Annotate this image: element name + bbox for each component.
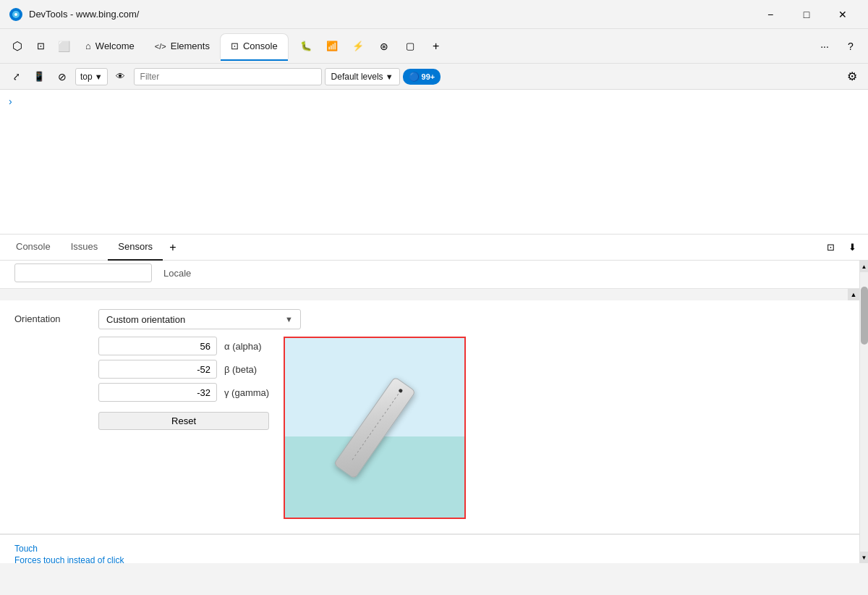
console-tab-label: Console [243, 41, 278, 51]
home-icon: ⌂ [85, 41, 91, 51]
console-area: › [0, 90, 868, 235]
issues-panel-label: Issues [71, 241, 98, 252]
levels-dropdown[interactable]: Default levels ▼ [325, 68, 400, 85]
locale-row: Locale [0, 261, 859, 288]
levels-arrow-icon: ▼ [386, 72, 393, 81]
add-tab-button[interactable]: + [425, 35, 448, 58]
scroll-up-button[interactable]: ▲ [848, 289, 859, 300]
svg-point-2 [14, 13, 17, 16]
orientation-visualization [284, 337, 466, 519]
panel-body: Locale ▲ Orientation Custom orientation … [0, 261, 868, 563]
orientation-dropdown[interactable]: Custom orientation ▼ [98, 309, 301, 329]
console-tab[interactable]: ⊡ Console [220, 33, 289, 59]
gamma-input[interactable] [98, 383, 217, 402]
touch-label: Touch [14, 544, 845, 554]
window-controls: − □ ✕ [754, 3, 859, 26]
titlebar: DevTools - www.bing.com/ − □ ✕ [0, 0, 868, 29]
performance-icon[interactable]: ⚡ [346, 35, 370, 58]
more-tools-icon[interactable]: ··· [813, 35, 836, 58]
message-badge: 🔵 99+ [403, 69, 441, 85]
browser-tab-bar: ⬡ ⊡ ⬜ ⌂ Welcome </> Elements ⊡ Console 🐛… [0, 29, 868, 64]
orientation-dropdown-arrow-icon: ▼ [285, 315, 293, 324]
orientation-inputs: α (alpha) β (beta) γ (gamma) [98, 337, 269, 430]
help-icon[interactable]: ? [839, 35, 862, 58]
welcome-tab-label: Welcome [95, 41, 135, 51]
elements-icon: </> [155, 42, 166, 51]
scrollbar: ▲ ▼ [859, 261, 868, 563]
alpha-input[interactable] [98, 337, 217, 355]
phone-camera-dot [398, 388, 403, 393]
reset-button[interactable]: Reset [98, 412, 269, 430]
context-dropdown-icon: ▼ [95, 72, 103, 81]
beta-row: β (beta) [98, 360, 269, 379]
console-icon: ⊡ [231, 41, 239, 51]
scrollbar-down-button[interactable]: ▼ [860, 552, 869, 563]
panel-action-icon[interactable]: ⬇ [842, 237, 862, 258]
orientation-section-label: Orientation [14, 309, 87, 324]
console-panel-label: Console [16, 241, 51, 252]
devtools-toolbar: ⤤ 📱 ⊘ top ▼ 👁 Default levels ▼ 🔵 99+ ⚙ [0, 64, 868, 90]
tab-issues[interactable]: Issues [61, 235, 109, 261]
minimize-button[interactable]: − [754, 3, 787, 26]
orientation-details: α (alpha) β (beta) γ (gamma) [98, 337, 845, 519]
add-panel-button[interactable]: + [163, 237, 183, 258]
badge-count: 99+ [422, 72, 435, 81]
eye-icon[interactable]: 👁 [111, 67, 131, 87]
elements-tab[interactable]: </> Elements [145, 33, 220, 59]
memory-icon[interactable]: ⊛ [373, 35, 396, 58]
inspect-icon[interactable]: ⤤ [6, 67, 26, 87]
gamma-label: γ (gamma) [224, 387, 269, 398]
welcome-tab[interactable]: ⌂ Welcome [75, 33, 145, 59]
scrollbar-up-button[interactable]: ▲ [860, 261, 869, 272]
beta-input[interactable] [98, 360, 217, 379]
device-mode-icon[interactable]: 📱 [29, 67, 49, 87]
close-button[interactable]: ✕ [826, 3, 859, 26]
devtools-icon [9, 7, 23, 22]
settings-icon[interactable]: ⚙ [842, 67, 862, 87]
orientation-section: Orientation Custom orientation ▼ α (alph… [0, 300, 859, 534]
back-nav-icon[interactable]: ⬡ [6, 35, 29, 58]
levels-label: Default levels [331, 72, 383, 82]
no-icon[interactable]: ⊘ [52, 67, 72, 87]
locale-label: Locale [163, 268, 191, 279]
filter-input[interactable] [134, 68, 322, 85]
wifi-icon[interactable]: 📶 [320, 35, 344, 58]
maximize-button[interactable]: □ [790, 3, 823, 26]
console-chevron[interactable]: › [0, 90, 868, 113]
touch-desc: Forces touch instead of click [14, 555, 845, 563]
locale-input[interactable] [14, 263, 152, 282]
devtools-panel: Console Issues Sensors + ⊡ ⬇ Locale ▲ [0, 235, 868, 563]
orientation-row: Orientation Custom orientation ▼ α (alph… [14, 309, 845, 519]
scroll-up-area: ▲ [0, 289, 859, 300]
touch-section: Touch Forces touch instead of click Devi… [0, 535, 859, 563]
dock-icon[interactable]: ⊡ [820, 237, 841, 258]
sensors-panel-label: Sensors [118, 241, 153, 252]
panel-actions: ⊡ ⬇ [820, 237, 862, 258]
tab-console[interactable]: Console [6, 235, 61, 261]
debug-icon[interactable]: 🐛 [294, 35, 318, 58]
elements-tab-label: Elements [171, 41, 210, 51]
orientation-controls: Custom orientation ▼ α (alpha) [98, 309, 845, 519]
titlebar-title: DevTools - www.bing.com/ [29, 9, 754, 20]
context-value: top [80, 72, 93, 82]
sensors-content: Locale ▲ Orientation Custom orientation … [0, 261, 859, 563]
beta-label: β (beta) [224, 364, 257, 375]
alpha-label: α (alpha) [224, 341, 262, 352]
scrollbar-thumb[interactable] [861, 287, 868, 345]
tab-sensors[interactable]: Sensors [108, 235, 163, 261]
panel-tab-bar: Console Issues Sensors + ⊡ ⬇ [0, 235, 868, 261]
context-selector[interactable]: top ▼ [75, 68, 108, 85]
orientation-dropdown-value: Custom orientation [106, 314, 185, 325]
forward-nav-icon[interactable]: ⊡ [29, 35, 52, 58]
gamma-row: γ (gamma) [98, 383, 269, 402]
sidebar-icon[interactable]: ⬜ [52, 35, 75, 58]
alpha-row: α (alpha) [98, 337, 269, 355]
scrollbar-track [860, 272, 869, 552]
application-icon[interactable]: ▢ [399, 35, 422, 58]
